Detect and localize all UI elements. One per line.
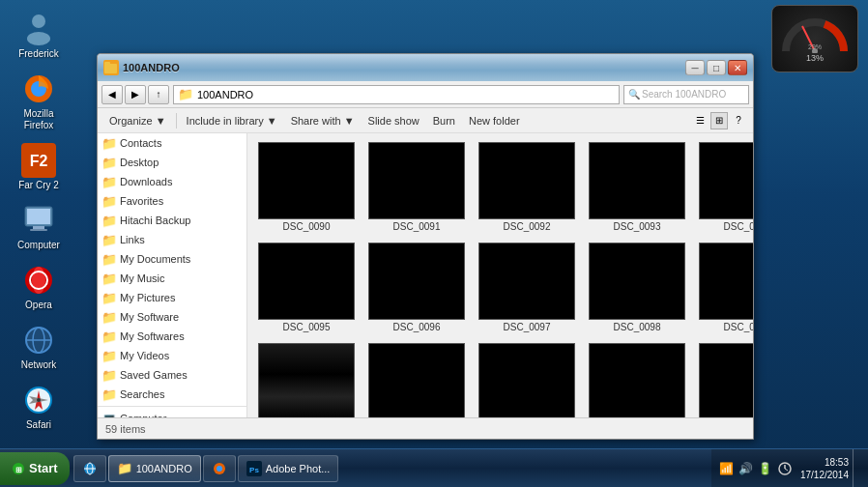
forward-button[interactable]: ▶ xyxy=(125,85,146,104)
sidebar-item-desktop[interactable]: 📁 Desktop xyxy=(98,153,246,172)
sidebar-item-computer[interactable]: 💻 Computer xyxy=(98,409,246,417)
share-with-button[interactable]: Share with ▼ xyxy=(285,111,361,130)
file-thumb[interactable]: DSC_0097 xyxy=(474,240,580,336)
mymusic-folder-icon: 📁 xyxy=(101,271,117,286)
mysoft-folder-icon: 📁 xyxy=(101,309,117,325)
safari-label: Safari xyxy=(26,419,51,431)
systray-network-icon[interactable]: 📶 xyxy=(719,461,735,476)
file-thumb[interactable]: DSC_0090 xyxy=(253,139,360,236)
file-thumb[interactable]: DSC_0103 xyxy=(474,340,580,417)
sidebar-item-my-pictures[interactable]: 📁 My Pictures xyxy=(98,288,246,307)
maximize-button[interactable]: □ xyxy=(707,60,726,75)
desktop-icon-frederick[interactable]: Frederick xyxy=(4,8,73,64)
desktop-icon-farcry2[interactable]: F2 Far Cry 2 xyxy=(4,139,73,195)
include-library-button[interactable]: Include in library ▼ xyxy=(181,111,283,130)
taskbar-photoshop[interactable]: Ps Adobe Phot... xyxy=(238,455,339,482)
explorer-body: 📁 Contacts 📁 Desktop 📁 Downloads 📁 Favor… xyxy=(98,133,753,417)
new-folder-button[interactable]: New folder xyxy=(463,111,526,130)
systray-volume-icon[interactable]: 🔊 xyxy=(738,461,754,476)
taskbar-photoshop-label: Adobe Phot... xyxy=(266,463,331,474)
farcry2-label: Far Cry 2 xyxy=(18,180,59,191)
desktop-icon-network[interactable]: Network xyxy=(4,319,73,375)
file-thumb[interactable]: DSC_0095 xyxy=(253,240,360,336)
titlebar-title: 100ANDRO xyxy=(123,62,681,73)
sidebar-item-my-software[interactable]: 📁 My Software xyxy=(98,307,246,327)
slide-show-button[interactable]: Slide show xyxy=(362,111,425,130)
file-thumb[interactable]: DSC_0099 xyxy=(694,240,753,336)
sidebar-item-searches[interactable]: 📁 Searches xyxy=(98,385,246,404)
file-thumb[interactable]: DSC_0104 xyxy=(584,340,690,417)
svg-point-1 xyxy=(27,32,50,45)
taskbar-explorer[interactable]: 📁 100ANDRO xyxy=(108,455,201,482)
address-text: 100ANDRO xyxy=(197,89,253,100)
help-button[interactable]: ? xyxy=(730,112,747,129)
start-label: Start xyxy=(29,461,58,475)
desktop-icon-firefox[interactable]: Mozilla Firefox xyxy=(4,68,73,135)
farcry2-icon: F2 xyxy=(21,143,56,178)
sidebar-item-my-music[interactable]: 📁 My Music xyxy=(98,269,246,288)
file-thumb[interactable]: DSC_0093 xyxy=(584,139,690,236)
desktop-icon-computer[interactable]: Computer xyxy=(4,199,73,255)
svg-point-0 xyxy=(32,14,45,28)
taskbar-ie[interactable] xyxy=(73,455,106,482)
svg-point-16 xyxy=(26,328,51,353)
file-thumb[interactable]: DSC_0098 xyxy=(584,240,690,336)
hitachi-folder-icon: 📁 xyxy=(101,213,117,228)
svg-line-56 xyxy=(785,469,788,471)
systray-clock-icon xyxy=(777,461,793,476)
taskbar-right-area: 📶 🔊 🔋 18:53 17/12/2014 xyxy=(711,449,868,487)
svg-rect-8 xyxy=(33,226,44,229)
file-thumb[interactable]: DSC_0101 xyxy=(363,340,470,417)
ie-taskbar-icon xyxy=(82,461,98,476)
speedometer-cpu-label: 13% xyxy=(806,53,824,63)
taskbar-firefox[interactable] xyxy=(203,455,236,482)
sidebar-item-my-documents[interactable]: 📁 My Documents xyxy=(98,249,246,269)
address-bar: ◀ ▶ ↑ 📁 100ANDRO 🔍 Search 100ANDRO xyxy=(98,81,753,108)
sidebar-item-contacts[interactable]: 📁 Contacts xyxy=(98,133,246,153)
organize-button[interactable]: Organize ▼ xyxy=(103,111,172,130)
view-tiles-btn[interactable]: ⊞ xyxy=(710,112,728,129)
links-label: Links xyxy=(120,234,145,245)
nav-buttons: ◀ ▶ ↑ xyxy=(101,85,169,104)
file-thumb[interactable]: DSC_0091 xyxy=(363,139,470,236)
file-thumb[interactable]: DSC_0094 xyxy=(694,139,753,236)
myvideos-folder-icon: 📁 xyxy=(101,348,117,363)
file-thumb[interactable]: DSC_0100 xyxy=(253,340,360,417)
links-folder-icon: 📁 xyxy=(101,232,117,247)
sidebar-item-hitachi[interactable]: 📁 Hitachi Backup xyxy=(98,211,246,230)
start-button[interactable]: ⊞ Start xyxy=(0,452,70,485)
sidebar-item-favorites[interactable]: 📁 Favorites xyxy=(98,191,246,211)
show-desktop-button[interactable] xyxy=(853,449,860,487)
desktop-icon-opera[interactable]: Opera xyxy=(4,259,73,315)
sidebar-item-my-softwares[interactable]: 📁 My Softwares xyxy=(98,327,246,346)
clock: 18:53 17/12/2014 xyxy=(800,456,849,481)
toolbar: Organize ▼ Include in library ▼ Share wi… xyxy=(98,108,753,133)
sidebar-sep-1 xyxy=(98,406,246,407)
file-name-label: DSC_0095 xyxy=(283,322,331,332)
address-field[interactable]: 📁 100ANDRO xyxy=(173,85,620,104)
file-thumb[interactable]: DSC_0105 xyxy=(694,340,753,417)
file-thumb[interactable]: DSC_0096 xyxy=(363,240,470,336)
up-button[interactable]: ↑ xyxy=(148,85,169,104)
minimize-button[interactable]: ─ xyxy=(685,60,705,75)
sidebar-item-links[interactable]: 📁 Links xyxy=(98,230,246,249)
sidebar-item-saved-games[interactable]: 📁 Saved Games xyxy=(98,365,246,385)
taskbar: ⊞ Start 📁 100ANDRO xyxy=(0,448,868,487)
systray-battery-icon[interactable]: 🔋 xyxy=(758,461,773,476)
speedometer-gauge: 29% xyxy=(781,14,849,53)
sidebar: 📁 Contacts 📁 Desktop 📁 Downloads 📁 Favor… xyxy=(98,133,247,417)
mysoft-label: My Software xyxy=(120,311,179,323)
sidebar-item-downloads[interactable]: 📁 Downloads xyxy=(98,172,246,191)
svg-text:Ps: Ps xyxy=(249,466,259,474)
search-icon: 🔍 xyxy=(628,89,640,100)
view-details-btn[interactable]: ☰ xyxy=(691,112,709,129)
contacts-label: Contacts xyxy=(120,137,161,149)
back-button[interactable]: ◀ xyxy=(101,85,123,104)
sidebar-item-my-videos[interactable]: 📁 My Videos xyxy=(98,346,246,365)
close-button[interactable]: ✕ xyxy=(728,60,747,75)
file-thumb[interactable]: DSC_0092 xyxy=(474,139,580,236)
file-name-label: DSC_0090 xyxy=(283,221,331,232)
search-field[interactable]: 🔍 Search 100ANDRO xyxy=(623,85,749,104)
burn-button[interactable]: Burn xyxy=(427,111,461,130)
desktop-icon-safari[interactable]: Safari xyxy=(4,379,73,435)
